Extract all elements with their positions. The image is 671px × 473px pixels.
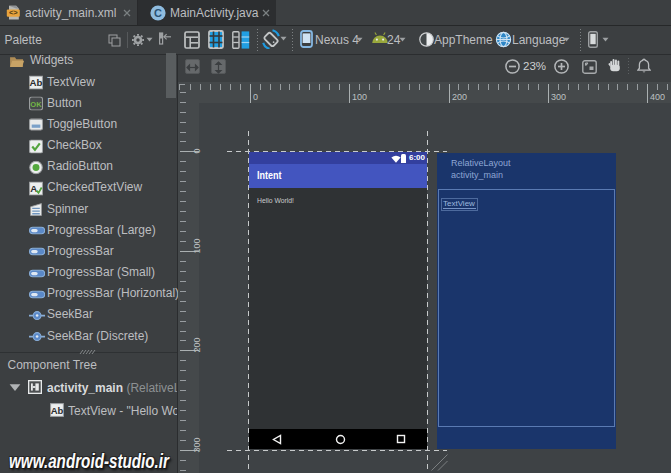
svg-text:<>: <> — [9, 8, 18, 17]
svg-text:C: C — [154, 7, 162, 19]
svg-text:300: 300 — [551, 92, 566, 102]
svg-text:100: 100 — [192, 238, 202, 253]
svg-text:0: 0 — [253, 92, 258, 102]
svg-text:400: 400 — [650, 92, 665, 102]
svg-text:Ab: Ab — [30, 77, 43, 88]
svg-text:300: 300 — [192, 437, 202, 452]
svg-text:A: A — [30, 183, 37, 194]
svg-text:OK: OK — [30, 100, 42, 109]
svg-text:100: 100 — [352, 92, 367, 102]
svg-text:200: 200 — [452, 92, 467, 102]
svg-text:200: 200 — [192, 337, 202, 352]
svg-text:0: 0 — [192, 148, 202, 153]
svg-text:Ab: Ab — [51, 405, 64, 416]
